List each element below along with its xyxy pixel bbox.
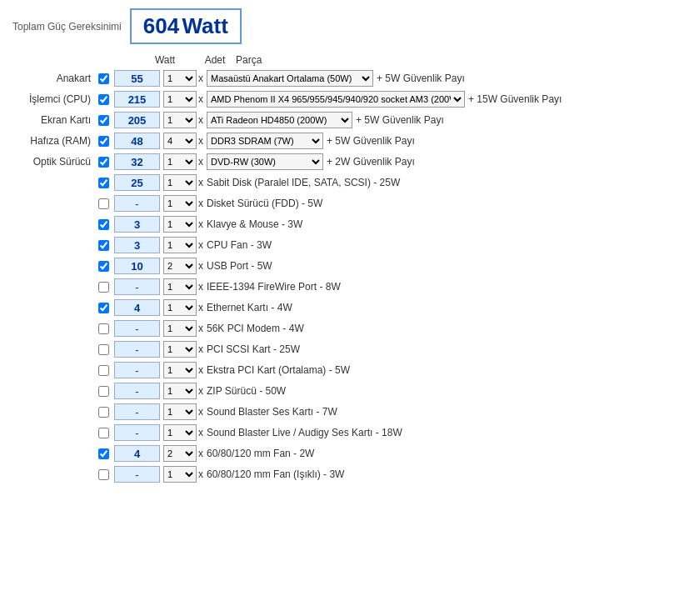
watt-value-modem: -: [114, 320, 160, 337]
adet-select-hafiza[interactable]: 12345678: [163, 133, 197, 149]
x-label-usb-port: x: [198, 260, 203, 272]
checkbox-zip-surucu[interactable]: [98, 386, 109, 397]
checkbox-optik-surucu[interactable]: [98, 157, 109, 168]
table-row: -12345678xSound Blaster Ses Kartı - 7W: [12, 403, 682, 421]
checkbox-firewire[interactable]: [98, 282, 109, 293]
x-label-anakart: x: [198, 73, 203, 84]
adet-select-anakart[interactable]: 12345678: [163, 70, 197, 87]
checkbox-wrap-klavye-mouse: [96, 219, 111, 230]
table-row: -12345678xPCI SCSI Kart - 25W: [12, 340, 682, 358]
x-label-fan-60-80-isikli: x: [198, 468, 203, 480]
adet-select-klavye-mouse[interactable]: 12345678: [163, 216, 197, 233]
checkbox-ethernet[interactable]: [98, 303, 109, 313]
checkbox-fan-60-80-isikli[interactable]: [98, 469, 109, 480]
adet-select-sound-blaster-live[interactable]: 12345678: [163, 424, 197, 441]
x-label-ethernet: x: [198, 302, 203, 313]
x-label-sound-blaster: x: [198, 406, 203, 418]
adet-select-fan-60-80-isikli[interactable]: 12345678: [163, 466, 197, 483]
table-row: Ekran Kartı20512345678xATi Radeon HD4850…: [12, 111, 682, 129]
watt-value-ekran-karti: 205: [114, 112, 160, 128]
checkbox-wrap-fan-60-80: [96, 448, 111, 459]
x-label-klavye-mouse: x: [198, 218, 203, 230]
table-row: 1012345678xUSB Port - 5W: [12, 257, 682, 275]
checkbox-wrap-modem: [96, 323, 111, 334]
watt-value-cpu-fan: 3: [114, 237, 160, 253]
part-select-optik-surucu[interactable]: DVD-RW (30W): [207, 153, 323, 170]
watt-value-disket-surucu: -: [114, 195, 160, 212]
checkbox-klavye-mouse[interactable]: [98, 219, 109, 230]
checkbox-sabit-disk[interactable]: [98, 178, 109, 188]
col-header-watt: Watt: [136, 54, 194, 66]
checkbox-sound-blaster-live[interactable]: [98, 428, 109, 438]
item-text-zip-surucu: ZIP Sürücü - 50W: [207, 385, 286, 397]
checkbox-cpu-fan[interactable]: [98, 240, 109, 251]
x-label-fan-60-80: x: [198, 448, 203, 459]
checkbox-wrap-disket-surucu: [96, 198, 111, 209]
item-label-anakart: Anakart: [12, 73, 96, 84]
watt-value-pci-scsi: -: [114, 341, 160, 358]
adet-select-usb-port[interactable]: 12345678: [163, 258, 197, 274]
watt-value-anakart: 55: [114, 70, 160, 87]
item-text-cpu-fan: CPU Fan - 3W: [207, 239, 272, 251]
x-label-pci-scsi: x: [198, 343, 203, 355]
adet-select-fan-60-80[interactable]: 12345678: [163, 445, 197, 462]
item-text-ethernet: Ethernet Kartı - 4W: [207, 302, 292, 313]
checkbox-ekstra-pci[interactable]: [98, 365, 109, 376]
item-text-disket-surucu: Disket Sürücü (FDD) - 5W: [207, 198, 322, 209]
adet-select-ethernet[interactable]: 12345678: [163, 299, 197, 316]
checkbox-pci-scsi[interactable]: [98, 344, 109, 355]
checkbox-wrap-sound-blaster-live: [96, 428, 111, 438]
adet-select-disket-surucu[interactable]: 12345678: [163, 195, 197, 212]
adet-select-islemci[interactable]: 12345678: [163, 91, 197, 108]
checkbox-usb-port[interactable]: [98, 261, 109, 272]
checkbox-disket-surucu[interactable]: [98, 198, 109, 209]
checkbox-islemci[interactable]: [98, 94, 109, 105]
total-power-unit: Watt: [182, 13, 227, 38]
watt-value-sound-blaster-live: -: [114, 424, 160, 441]
item-text-klavye-mouse: Klavye & Mouse - 3W: [207, 218, 302, 230]
item-text-firewire: IEEE-1394 FireWire Port - 8W: [207, 281, 341, 293]
rows-container: Anakart5512345678xMasaüstü Anakart Ortal…: [12, 69, 682, 483]
total-power-label: Toplam Güç Gereksinimi: [12, 21, 122, 33]
watt-value-firewire: -: [114, 278, 160, 295]
adet-select-cpu-fan[interactable]: 12345678: [163, 237, 197, 253]
adet-select-ekran-karti[interactable]: 12345678: [163, 112, 197, 128]
part-select-islemci[interactable]: AMD Phenom II X4 965/955/945/940/920 soc…: [207, 91, 465, 108]
column-headers: Watt Adet Parça: [12, 54, 682, 66]
part-select-anakart[interactable]: Masaüstü Anakart Ortalama (50W): [207, 70, 373, 87]
checkbox-hafiza[interactable]: [98, 136, 109, 147]
adet-select-optik-surucu[interactable]: 12345678: [163, 153, 197, 170]
x-label-zip-surucu: x: [198, 385, 203, 397]
adet-select-pci-scsi[interactable]: 12345678: [163, 341, 197, 358]
table-row: -12345678xDisket Sürücü (FDD) - 5W: [12, 194, 682, 213]
watt-value-sound-blaster: -: [114, 403, 160, 420]
adet-select-firewire[interactable]: 12345678: [163, 278, 197, 295]
table-row: Anakart5512345678xMasaüstü Anakart Ortal…: [12, 69, 682, 88]
checkbox-wrap-sound-blaster: [96, 407, 111, 418]
checkbox-wrap-hafiza: [96, 136, 111, 147]
watt-value-islemci: 215: [114, 91, 160, 108]
x-label-sound-blaster-live: x: [198, 427, 203, 438]
checkbox-fan-60-80[interactable]: [98, 448, 109, 459]
checkbox-wrap-ekstra-pci: [96, 365, 111, 376]
adet-select-sound-blaster[interactable]: 12345678: [163, 403, 197, 420]
x-label-disket-surucu: x: [198, 198, 203, 209]
checkbox-anakart[interactable]: [98, 73, 109, 84]
checkbox-wrap-firewire: [96, 282, 111, 293]
checkbox-wrap-pci-scsi: [96, 344, 111, 355]
item-label-islemci: İşlemci (CPU): [12, 93, 96, 105]
adet-select-ekstra-pci[interactable]: 12345678: [163, 362, 197, 378]
checkbox-sound-blaster[interactable]: [98, 407, 109, 418]
adet-select-sabit-disk[interactable]: 12345678: [163, 174, 197, 191]
checkbox-ekran-karti[interactable]: [98, 115, 109, 126]
adet-select-zip-surucu[interactable]: 12345678: [163, 383, 197, 399]
x-label-firewire: x: [198, 281, 203, 293]
x-label-ekstra-pci: x: [198, 364, 203, 376]
checkbox-modem[interactable]: [98, 323, 109, 334]
adet-select-modem[interactable]: 12345678: [163, 320, 197, 337]
x-label-optik-surucu: x: [198, 156, 203, 168]
checkbox-wrap-optik-surucu: [96, 157, 111, 168]
item-text-modem: 56K PCI Modem - 4W: [207, 323, 304, 334]
part-select-hafiza[interactable]: DDR3 SDRAM (7W): [207, 133, 323, 149]
part-select-ekran-karti[interactable]: ATi Radeon HD4850 (200W): [207, 112, 352, 128]
